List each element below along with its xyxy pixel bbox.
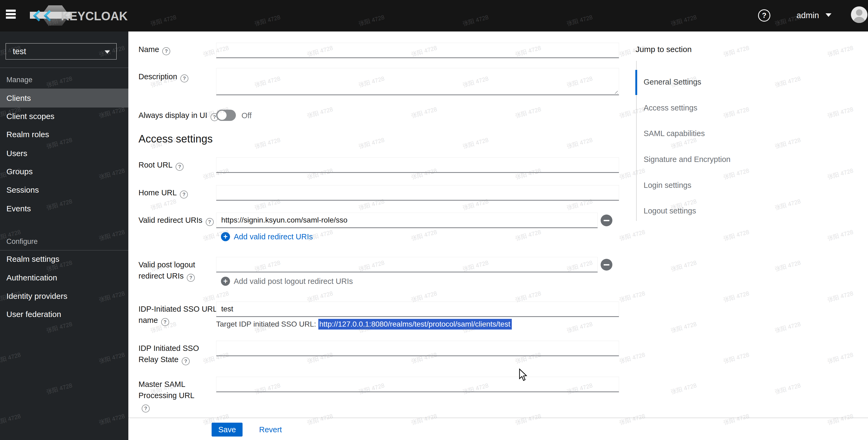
jump-item-saml-capabilities[interactable]: SAML capabilities xyxy=(644,128,705,139)
idp-sso-url-name-label: IDP-Initiated SSO URL name xyxy=(138,303,219,326)
remove-post-logout-uri-icon[interactable] xyxy=(601,259,612,271)
remove-redirect-uri-icon[interactable] xyxy=(601,215,612,226)
target-sso-url-highlighted[interactable]: http://127.0.0.1:8080/realms/test/protoc… xyxy=(318,319,512,329)
realm-selector-value: test xyxy=(13,47,26,56)
chevron-down-icon[interactable] xyxy=(826,13,832,17)
help-icon[interactable] xyxy=(206,218,214,226)
add-valid-redirect-uris-link[interactable]: + Add valid redirect URIs xyxy=(221,232,313,241)
sidebar-item-users[interactable]: Users xyxy=(0,144,128,162)
save-button[interactable]: Save xyxy=(212,423,243,437)
post-logout-uris-label: Valid post logout redirect URIs xyxy=(138,259,205,282)
help-icon[interactable] xyxy=(176,163,184,171)
nav-group-manage: Manage xyxy=(6,75,33,85)
user-menu[interactable]: admin xyxy=(797,11,819,20)
nav-group-configure: Configure xyxy=(6,237,38,247)
help-icon[interactable] xyxy=(161,318,169,326)
sidebar-item-events[interactable]: Events xyxy=(0,199,128,218)
idp-relay-state-label: IDP Initiated SSO Relay State xyxy=(138,343,205,365)
avatar[interactable] xyxy=(851,6,867,23)
help-icon[interactable] xyxy=(180,190,188,198)
jump-item-login-settings[interactable]: Login settings xyxy=(644,180,691,191)
masthead: KEYCLOAK ? admin xyxy=(0,0,868,31)
brand-text: KEYCLOAK xyxy=(61,8,128,23)
jump-to-section-title: Jump to section xyxy=(636,45,692,54)
home-url-input[interactable] xyxy=(216,185,619,201)
home-url-label: Home URL xyxy=(138,187,188,198)
toggle-state-label: Off xyxy=(242,111,252,120)
name-input[interactable] xyxy=(216,43,619,58)
always-display-toggle[interactable] xyxy=(216,110,236,121)
divider xyxy=(0,67,128,68)
revert-button[interactable]: Revert xyxy=(257,425,283,434)
help-icon[interactable] xyxy=(142,405,150,412)
sidebar-item-groups[interactable]: Groups xyxy=(0,162,128,181)
help-icon[interactable] xyxy=(182,357,190,365)
master-saml-url-label: Master SAML Processing URL xyxy=(138,379,201,412)
jump-item-logout-settings[interactable]: Logout settings xyxy=(644,205,696,216)
plus-circle-icon: + xyxy=(221,232,230,241)
jump-item-signature-encryption[interactable]: Signature and Encryption xyxy=(644,154,731,165)
always-display-label: Always display in UI xyxy=(138,110,219,121)
keycloak-logo: KEYCLOAK xyxy=(29,4,103,27)
valid-redirect-uris-label: Valid redirect URIs xyxy=(138,215,214,226)
realm-selector[interactable]: test xyxy=(6,43,117,60)
sidebar-item-realm-settings[interactable]: Realm settings xyxy=(0,250,128,268)
root-url-input[interactable] xyxy=(216,157,619,173)
valid-redirect-uri-input[interactable] xyxy=(216,213,598,228)
master-saml-url-input[interactable] xyxy=(216,377,619,392)
post-logout-uri-input[interactable] xyxy=(216,257,598,273)
target-sso-url-line: Target IDP initiated SSO URL:http://127.… xyxy=(216,319,512,330)
help-icon[interactable] xyxy=(187,274,195,282)
sidebar-item-client-scopes[interactable]: Client scopes xyxy=(0,107,128,125)
access-settings-heading: Access settings xyxy=(138,133,213,145)
chevron-down-icon xyxy=(104,51,110,54)
idp-relay-state-input[interactable] xyxy=(216,341,619,356)
name-label: Name xyxy=(138,44,170,55)
help-icon[interactable] xyxy=(180,74,188,83)
help-icon[interactable]: ? xyxy=(758,9,770,22)
form-action-bar: Save Revert xyxy=(128,417,868,440)
help-icon[interactable] xyxy=(162,47,170,55)
sidebar-item-sessions[interactable]: Sessions xyxy=(0,181,128,199)
root-url-label: Root URL xyxy=(138,159,184,171)
plus-circle-icon: + xyxy=(221,277,230,286)
idp-sso-url-name-input[interactable] xyxy=(216,302,619,317)
jump-active-indicator xyxy=(635,70,637,95)
description-label: Description xyxy=(138,71,188,83)
sidebar-item-authentication[interactable]: Authentication xyxy=(0,269,128,287)
description-textarea[interactable] xyxy=(216,68,619,95)
add-post-logout-uris-link[interactable]: + Add valid post logout redirect URIs xyxy=(221,277,353,286)
sidebar-item-identity-providers[interactable]: Identity providers xyxy=(0,287,128,305)
hamburger-menu-icon[interactable] xyxy=(6,10,16,20)
jump-item-access-settings[interactable]: Access settings xyxy=(644,102,697,114)
sidebar-nav: test Manage Clients Client scopes Realm … xyxy=(0,31,128,440)
sidebar-item-user-federation[interactable]: User federation xyxy=(0,305,128,323)
sidebar-item-clients[interactable]: Clients xyxy=(0,89,128,107)
jump-item-general-settings[interactable]: General Settings xyxy=(644,76,701,88)
sidebar-item-realm-roles[interactable]: Realm roles xyxy=(0,125,128,144)
